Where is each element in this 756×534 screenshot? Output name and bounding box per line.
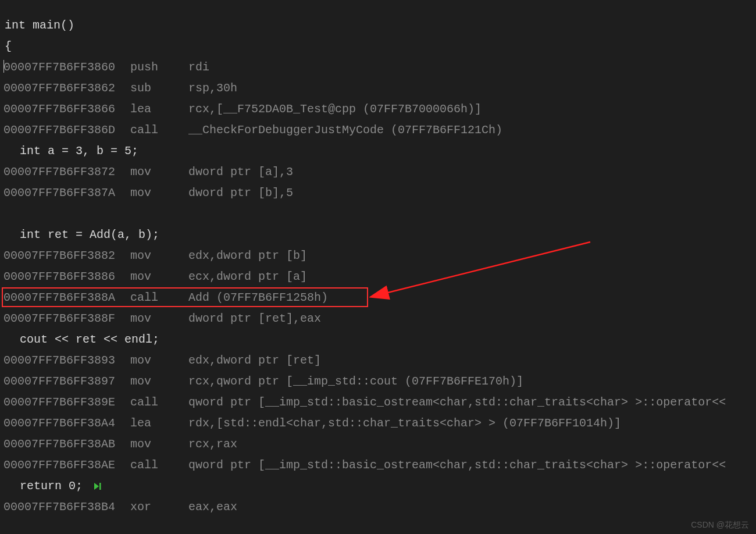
asm-row[interactable]: 00007FF7B6FF38A4leardx,[std::endl<char,s… bbox=[3, 413, 756, 434]
asm-row[interactable]: 00007FF7B6FF386Dcall__CheckForDebuggerJu… bbox=[3, 120, 756, 141]
asm-address: 00007FF7B6FF3882 bbox=[3, 245, 130, 266]
svg-rect-1 bbox=[99, 483, 101, 490]
source-text: return 0; bbox=[20, 479, 83, 493]
asm-mnemonic: lea bbox=[130, 99, 188, 120]
asm-operands: rdi bbox=[188, 60, 209, 74]
svg-marker-0 bbox=[94, 483, 99, 490]
asm-operands: dword ptr [ret],eax bbox=[188, 312, 321, 325]
source-line: { bbox=[3, 36, 756, 57]
asm-operands: qword ptr [__imp_std::basic_ostream<char… bbox=[188, 458, 726, 472]
asm-mnemonic: mov bbox=[130, 266, 188, 287]
next-statement-icon[interactable] bbox=[93, 482, 102, 491]
asm-mnemonic: mov bbox=[130, 350, 188, 371]
source-line: cout << ret << endl; bbox=[3, 329, 756, 350]
asm-address: 00007FF7B6FF3886 bbox=[3, 266, 130, 287]
asm-mnemonic: mov bbox=[130, 308, 188, 329]
asm-address: 00007FF7B6FF388F bbox=[3, 308, 130, 329]
asm-mnemonic: call bbox=[130, 392, 188, 413]
asm-mnemonic: call bbox=[130, 455, 188, 476]
asm-mnemonic: mov bbox=[130, 183, 188, 204]
asm-operands: dword ptr [b],5 bbox=[188, 186, 293, 200]
asm-row[interactable]: 00007FF7B6FF3897movrcx,qword ptr [__imp_… bbox=[3, 371, 756, 392]
asm-row[interactable]: 00007FF7B6FF38ABmovrcx,rax bbox=[3, 434, 756, 455]
watermark-text: CSDN @花想云 bbox=[691, 520, 749, 531]
asm-operands: rdx,[std::endl<char,std::char_traits<cha… bbox=[188, 416, 621, 430]
asm-row[interactable]: 00007FF7B6FF389Ecallqword ptr [__imp_std… bbox=[3, 392, 756, 413]
asm-row[interactable]: 00007FF7B6FF3872movdword ptr [a],3 bbox=[3, 162, 756, 183]
asm-row[interactable]: 00007FF7B6FF387Amovdword ptr [b],5 bbox=[3, 183, 756, 204]
asm-operands: Add (07FF7B6FF1258h) bbox=[188, 291, 328, 304]
asm-address: 00007FF7B6FF388A bbox=[3, 287, 130, 308]
asm-address: 00007FF7B6FF3862 bbox=[3, 78, 130, 99]
asm-row-highlighted[interactable]: 00007FF7B6FF388AcallAdd (07FF7B6FF1258h) bbox=[3, 287, 756, 308]
asm-row[interactable]: 00007FF7B6FF3862subrsp,30h bbox=[3, 78, 756, 99]
asm-address: 00007FF7B6FF3860 bbox=[3, 57, 130, 78]
blank-line bbox=[3, 204, 756, 225]
asm-operands: rcx,qword ptr [__imp_std::cout (07FF7B6F… bbox=[188, 375, 523, 388]
disassembly-view: int main() { 00007FF7B6FF3860pushrdi 000… bbox=[0, 0, 756, 518]
asm-row[interactable]: 00007FF7B6FF3893movedx,dword ptr [ret] bbox=[3, 350, 756, 371]
asm-mnemonic: mov bbox=[130, 245, 188, 266]
asm-address: 00007FF7B6FF389E bbox=[3, 392, 130, 413]
asm-row[interactable]: 00007FF7B6FF3860pushrdi bbox=[3, 57, 756, 78]
asm-address: 00007FF7B6FF3893 bbox=[3, 350, 130, 371]
asm-row[interactable]: 00007FF7B6FF3866learcx,[__F752DA0B_Test@… bbox=[3, 99, 756, 120]
asm-operands: rcx,[__F752DA0B_Test@cpp (07FF7B7000066h… bbox=[188, 102, 482, 116]
asm-mnemonic: call bbox=[130, 120, 188, 141]
asm-mnemonic: push bbox=[130, 57, 188, 78]
asm-mnemonic: xor bbox=[130, 497, 188, 518]
asm-row[interactable]: 00007FF7B6FF38AEcallqword ptr [__imp_std… bbox=[3, 455, 756, 476]
asm-address: 00007FF7B6FF3872 bbox=[3, 162, 130, 183]
asm-mnemonic: call bbox=[130, 287, 188, 308]
asm-address: 00007FF7B6FF387A bbox=[3, 183, 130, 204]
asm-operands: __CheckForDebuggerJustMyCode (07FF7B6FF1… bbox=[188, 123, 502, 137]
asm-row[interactable]: 00007FF7B6FF388Fmovdword ptr [ret],eax bbox=[3, 308, 756, 329]
source-line: int a = 3, b = 5; bbox=[3, 141, 756, 162]
asm-mnemonic: sub bbox=[130, 78, 188, 99]
asm-address: 00007FF7B6FF38AB bbox=[3, 434, 130, 455]
asm-address: 00007FF7B6FF386D bbox=[3, 120, 130, 141]
source-line: return 0; bbox=[3, 476, 756, 497]
asm-address: 00007FF7B6FF38A4 bbox=[3, 413, 130, 434]
asm-address: 00007FF7B6FF38AE bbox=[3, 455, 130, 476]
asm-mnemonic: mov bbox=[130, 434, 188, 455]
asm-row[interactable]: 00007FF7B6FF3886movecx,dword ptr [a] bbox=[3, 266, 756, 287]
asm-operands: qword ptr [__imp_std::basic_ostream<char… bbox=[188, 396, 726, 409]
asm-mnemonic: mov bbox=[130, 162, 188, 183]
asm-operands: edx,dword ptr [b] bbox=[188, 249, 307, 262]
asm-address: 00007FF7B6FF3897 bbox=[3, 371, 130, 392]
asm-mnemonic: lea bbox=[130, 413, 188, 434]
asm-mnemonic: mov bbox=[130, 371, 188, 392]
asm-operands: rsp,30h bbox=[188, 81, 237, 95]
asm-address: 00007FF7B6FF38B4 bbox=[3, 497, 130, 518]
source-line: int ret = Add(a, b); bbox=[3, 225, 756, 245]
asm-address: 00007FF7B6FF3866 bbox=[3, 99, 130, 120]
asm-operands: ecx,dword ptr [a] bbox=[188, 270, 307, 283]
asm-row[interactable]: 00007FF7B6FF38B4xoreax,eax bbox=[3, 497, 756, 518]
asm-row[interactable]: 00007FF7B6FF3882movedx,dword ptr [b] bbox=[3, 245, 756, 266]
asm-operands: rcx,rax bbox=[188, 437, 237, 451]
asm-operands: eax,eax bbox=[188, 500, 237, 514]
asm-operands: edx,dword ptr [ret] bbox=[188, 354, 321, 367]
source-line: int main() bbox=[3, 15, 756, 36]
asm-operands: dword ptr [a],3 bbox=[188, 165, 293, 179]
text-cursor bbox=[3, 60, 4, 73]
